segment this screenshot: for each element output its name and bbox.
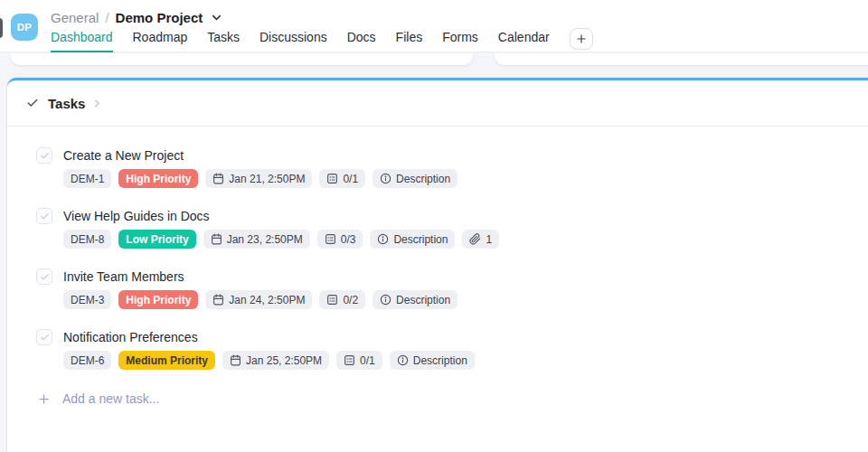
due-date-badge[interactable]: Jan 25, 2:50PM — [222, 351, 329, 370]
partial-widget-card-left — [11, 53, 473, 65]
task-checkbox[interactable] — [36, 208, 52, 224]
paperclip-icon — [469, 233, 481, 245]
attachments-count: 1 — [486, 233, 492, 246]
subtasks-badge[interactable]: 0/1 — [319, 169, 365, 188]
info-icon — [380, 173, 392, 184]
tab-tasks[interactable]: Tasks — [207, 30, 240, 52]
task-title[interactable]: Invite Team Members — [63, 262, 868, 285]
check-icon — [40, 212, 50, 221]
due-date: Jan 24, 2:50PM — [229, 294, 305, 306]
tab-files[interactable]: Files — [396, 30, 423, 52]
due-date: Jan 23, 2:50PM — [227, 233, 303, 246]
check-icon — [40, 333, 50, 343]
subtasks-count: 0/1 — [343, 173, 358, 185]
priority-badge[interactable]: High Priority — [118, 169, 198, 188]
breadcrumb-separator: / — [105, 10, 108, 25]
task-id-badge[interactable]: DEM-1 — [63, 169, 111, 188]
subtasks-badge[interactable]: 0/3 — [317, 230, 363, 249]
subtasks-badge[interactable]: 0/2 — [319, 290, 365, 309]
project-avatar[interactable]: DP — [11, 14, 38, 41]
priority-badge[interactable]: Low Priority — [118, 230, 195, 249]
due-date-badge[interactable]: Jan 21, 2:50PM — [205, 169, 312, 188]
edge-sliver — [0, 18, 3, 38]
tasks-widget-header[interactable]: Tasks — [7, 80, 868, 127]
task-checkbox[interactable] — [36, 329, 52, 345]
description-label: Description — [396, 294, 450, 306]
plus-icon — [37, 392, 51, 406]
tab-roadmap[interactable]: Roadmap — [133, 30, 188, 52]
description-label: Description — [396, 173, 450, 185]
calendar-icon — [211, 233, 222, 245]
priority-label: High Priority — [126, 173, 191, 185]
task-badges: DEM-3 High Priority Jan 24, 2:50PM 0/2 — [63, 290, 868, 309]
attachments-badge[interactable]: 1 — [462, 230, 499, 249]
task-id-badge[interactable]: DEM-8 — [63, 230, 111, 249]
check-icon — [40, 272, 50, 282]
checklist-icon — [326, 173, 338, 184]
due-date: Jan 25, 2:50PM — [246, 354, 322, 367]
task-id: DEM-8 — [71, 233, 104, 246]
subtasks-count: 0/3 — [341, 233, 356, 246]
tab-calendar[interactable]: Calendar — [498, 30, 550, 52]
info-icon — [397, 354, 409, 366]
description-badge[interactable]: Description — [390, 351, 475, 370]
tasks-widget-card: Tasks Create a New Project DEM-1 High Pr… — [7, 78, 868, 452]
task-title[interactable]: Notification Preferences — [63, 323, 868, 345]
subtasks-count: 0/1 — [360, 354, 375, 367]
checklist-icon — [344, 354, 355, 366]
description-label: Description — [393, 233, 448, 246]
task-badges: DEM-6 Medium Priority Jan 25, 2:50PM 0/1 — [63, 351, 868, 370]
tab-bar: DashboardRoadmapTasksDiscussionsDocsFile… — [51, 30, 593, 52]
subtasks-badge[interactable]: 0/1 — [336, 351, 382, 370]
add-tab-button[interactable] — [570, 28, 593, 50]
breadcrumb: General / Demo Project — [51, 7, 223, 27]
task-title[interactable]: View Help Guides in Docs — [63, 202, 868, 224]
tasks-widget-title: Tasks — [48, 96, 85, 111]
priority-badge[interactable]: Medium Priority — [118, 351, 215, 370]
checklist-icon — [326, 294, 338, 306]
task-checkbox[interactable] — [36, 147, 52, 164]
description-badge[interactable]: Description — [373, 290, 458, 309]
description-badge[interactable]: Description — [370, 230, 455, 249]
check-icon — [26, 97, 39, 109]
task-id: DEM-1 — [71, 173, 104, 185]
tab-docs[interactable]: Docs — [347, 30, 376, 52]
check-icon — [40, 151, 50, 161]
dashboard-scroll-area: Tasks Create a New Project DEM-1 High Pr… — [0, 53, 868, 452]
task-badges: DEM-1 High Priority Jan 21, 2:50PM 0/1 — [63, 169, 868, 188]
due-date-badge[interactable]: Jan 24, 2:50PM — [205, 290, 312, 309]
partial-widget-card-right — [495, 53, 868, 65]
task-id: DEM-3 — [71, 294, 104, 306]
tab-dashboard[interactable]: Dashboard — [51, 30, 113, 52]
priority-label: High Priority — [126, 294, 191, 306]
task-title[interactable]: Create a New Project — [63, 141, 868, 164]
task-id: DEM-6 — [71, 354, 104, 367]
calendar-icon — [212, 294, 224, 306]
chevron-right-icon[interactable] — [91, 98, 103, 109]
due-date-badge[interactable]: Jan 23, 2:50PM — [203, 230, 310, 249]
task-row[interactable]: Notification Preferences DEM-6 Medium Pr… — [7, 323, 868, 383]
task-list: Create a New Project DEM-1 High Priority… — [7, 127, 868, 383]
priority-label: Medium Priority — [126, 354, 208, 367]
tab-forms[interactable]: Forms — [442, 30, 478, 52]
task-row[interactable]: View Help Guides in Docs DEM-8 Low Prior… — [7, 202, 868, 262]
task-badges: DEM-8 Low Priority Jan 23, 2:50PM 0/3 — [63, 230, 868, 249]
calendar-icon — [212, 173, 224, 184]
task-row[interactable]: Invite Team Members DEM-3 High Priority … — [7, 262, 868, 323]
subtasks-count: 0/2 — [343, 294, 358, 306]
add-task-label: Add a new task... — [62, 391, 159, 406]
checklist-icon — [325, 233, 336, 245]
priority-badge[interactable]: High Priority — [118, 290, 198, 309]
breadcrumb-parent[interactable]: General — [51, 10, 99, 25]
breadcrumb-current[interactable]: Demo Project — [116, 10, 203, 25]
task-checkbox[interactable] — [36, 268, 52, 285]
task-row[interactable]: Create a New Project DEM-1 High Priority… — [7, 141, 868, 202]
priority-label: Low Priority — [126, 233, 188, 246]
tab-discussions[interactable]: Discussions — [259, 30, 327, 52]
add-task-button[interactable]: Add a new task... — [7, 391, 868, 406]
app-header: DP General / Demo Project DashboardRoadm… — [0, 0, 868, 52]
task-id-badge[interactable]: DEM-3 — [63, 290, 111, 309]
chevron-down-icon[interactable] — [210, 11, 223, 24]
task-id-badge[interactable]: DEM-6 — [63, 351, 111, 370]
description-badge[interactable]: Description — [373, 169, 458, 188]
